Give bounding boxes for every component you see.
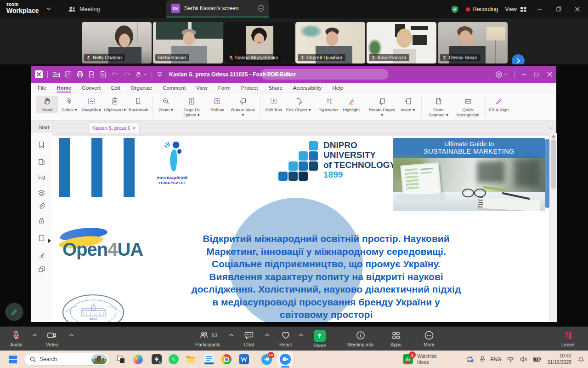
view-button[interactable]: View [505, 6, 527, 12]
tab-start[interactable]: Start [31, 122, 85, 133]
close-tab-icon[interactable]: × [133, 125, 136, 131]
customize-toolbar-icon[interactable] [157, 72, 163, 77]
new-page-icon[interactable] [100, 71, 107, 78]
scroll-up-arrow-icon[interactable] [552, 135, 555, 138]
quick-recognition-button[interactable]: Quick Recognition [453, 96, 483, 118]
export-page-icon[interactable] [88, 71, 95, 78]
ocg-panel-icon[interactable] [38, 265, 45, 273]
wifi-icon[interactable] [507, 356, 514, 362]
scrollbar-thumb[interactable] [551, 139, 556, 189]
print-icon[interactable] [76, 71, 84, 78]
menu-form[interactable]: Form [218, 85, 231, 91]
language-indicator[interactable]: ENG [491, 356, 502, 362]
notepad-button[interactable] [203, 353, 215, 366]
menu-protect[interactable]: Protect [241, 85, 258, 91]
tab-shared-screen[interactable]: SK Serhii Kasian's screen [166, 0, 269, 17]
open-file-icon[interactable] [52, 71, 60, 78]
react-caret-icon[interactable] [299, 334, 304, 337]
layers-panel-icon[interactable] [38, 189, 45, 197]
start-button[interactable] [6, 353, 19, 366]
clipboard-button[interactable]: Clipboard ▾ [102, 96, 127, 113]
typewriter-button[interactable]: Typewriter [317, 96, 340, 113]
ellipsis-icon[interactable] [257, 5, 265, 12]
participant-tile[interactable]: Inna Pronoza [367, 22, 436, 63]
select-tool-button[interactable]: Select ▾ [58, 96, 80, 113]
taskbar-search[interactable]: Search [24, 353, 109, 366]
expand-panel-arrow-icon[interactable] [48, 238, 51, 243]
redo-icon[interactable] [123, 71, 130, 77]
chat-caret-icon[interactable] [265, 334, 270, 337]
telegram-button[interactable]: 14 [260, 353, 273, 366]
meeting-info-button[interactable]: Meeting info [347, 330, 373, 347]
participant-tile[interactable]: Oleksii Sokur [438, 22, 508, 63]
close-button[interactable] [571, 0, 583, 18]
notification-bell-icon[interactable] [577, 356, 584, 363]
account-icon[interactable] [495, 71, 507, 78]
speaker-icon[interactable] [520, 356, 527, 362]
word-button[interactable] [237, 353, 250, 366]
menu-file[interactable]: File [38, 85, 46, 91]
snapshot-button[interactable]: SnapShot [80, 96, 102, 113]
foxit-search-box[interactable] [261, 69, 388, 80]
file-explorer-button[interactable] [185, 353, 198, 366]
insert-pages-button[interactable]: Insert ▾ [397, 96, 419, 113]
hand-tool-quick-icon[interactable] [135, 71, 147, 78]
participants-caret-icon[interactable] [229, 334, 234, 337]
menu-organize[interactable]: Organize [131, 85, 153, 91]
minimize-button[interactable] [521, 72, 527, 77]
task-view-button[interactable] [114, 353, 127, 366]
leave-button[interactable]: Leave [561, 330, 575, 347]
page-fit-option-button[interactable]: Page Fit Option ▾ [177, 96, 206, 118]
battery-icon[interactable] [533, 356, 542, 362]
fill-sign-button[interactable]: Fill & Sign [488, 96, 510, 113]
hand-tool-button[interactable]: Hand [36, 96, 58, 113]
participant-tile-speaking[interactable]: Serhii Kasian [153, 22, 223, 63]
watchlist-tray-button[interactable]: 2 [401, 353, 414, 366]
menu-convert[interactable]: Convert [82, 85, 100, 91]
maximize-button[interactable] [553, 0, 565, 18]
participant-tile[interactable]: Ganna Muzychenko [224, 22, 294, 63]
search-highlight-image[interactable] [91, 354, 107, 364]
menu-share[interactable]: Share [268, 85, 283, 91]
mic-tray-icon[interactable] [480, 356, 485, 363]
search-input[interactable] [273, 71, 384, 78]
restore-button[interactable] [534, 71, 540, 77]
menu-home[interactable]: Home [57, 85, 72, 92]
bookmarks-panel-icon[interactable] [38, 141, 45, 149]
share-button[interactable]: Share [313, 330, 326, 348]
menu-help[interactable]: Help [332, 85, 343, 91]
comments-panel-icon[interactable] [38, 173, 45, 181]
menu-comment[interactable]: Comment [163, 85, 186, 91]
tab-meeting[interactable]: Meeting [68, 0, 100, 18]
apps-button[interactable]: Apps [390, 330, 401, 347]
rotate-view-button[interactable]: Rotate View ▾ [228, 96, 258, 118]
highlight-button[interactable]: Highlight [340, 96, 362, 113]
participant-tile[interactable]: Nelly Chaban [82, 22, 152, 63]
audio-button[interactable]: Audio [10, 330, 23, 347]
chrome-button[interactable] [220, 353, 233, 366]
rotate-pages-button[interactable]: Rotate Pages ▾ [368, 96, 397, 118]
vertical-scrollbar[interactable] [549, 133, 557, 322]
menu-edit[interactable]: Edit [111, 85, 120, 91]
close-button[interactable] [547, 71, 553, 77]
video-button[interactable]: Video [46, 330, 58, 347]
pages-panel-icon[interactable] [38, 158, 45, 166]
security-panel-icon[interactable] [38, 217, 45, 224]
minimize-button[interactable] [534, 0, 546, 18]
security-shield-icon[interactable] [451, 5, 459, 14]
recording-indicator[interactable]: Recording [466, 6, 498, 12]
undo-icon[interactable] [111, 71, 119, 77]
more-button[interactable]: More [424, 330, 435, 347]
tab-list-chevron-icon[interactable] [549, 127, 554, 130]
menu-view[interactable]: View [196, 85, 208, 91]
audio-options-caret-icon[interactable] [32, 334, 37, 337]
whatsapp-button[interactable] [167, 353, 180, 366]
update-sync-icon[interactable] [466, 356, 474, 363]
bookmark-button[interactable]: Bookmark [127, 96, 150, 113]
zoom-app-button[interactable] [279, 353, 292, 366]
participants-button[interactable]: 53 Participants [195, 330, 220, 347]
chevron-down-icon[interactable] [46, 7, 51, 11]
video-options-caret-icon[interactable] [69, 334, 74, 337]
reflow-button[interactable]: Reflow [206, 96, 228, 113]
edit-object-button[interactable]: Edit Object ▾ [285, 96, 312, 113]
